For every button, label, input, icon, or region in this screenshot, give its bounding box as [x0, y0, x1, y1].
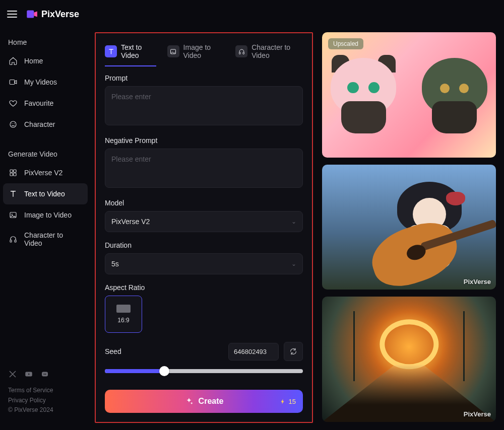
seed-input[interactable]	[228, 343, 279, 361]
generator-panel: Text to Video Image to Video Character t…	[95, 32, 313, 423]
svg-rect-19	[243, 52, 244, 54]
svg-rect-6	[14, 170, 16, 172]
gallery-card[interactable]: Upscaled	[322, 32, 496, 158]
svg-rect-12	[15, 240, 16, 243]
prompt-label: Prompt	[105, 74, 303, 82]
svg-rect-5	[10, 170, 13, 172]
prompt-input[interactable]	[105, 86, 303, 125]
svg-rect-1	[10, 80, 15, 85]
image-icon	[167, 45, 179, 57]
slider-fill	[105, 369, 164, 373]
discord-social-icon[interactable]	[40, 370, 49, 379]
seed-label: Seed	[105, 347, 121, 355]
mode-tabs: Text to Video Image to Video Character t…	[105, 39, 303, 67]
heart-icon	[8, 98, 18, 108]
svg-point-16	[45, 374, 46, 375]
video-icon	[8, 77, 18, 87]
card-watermark: PixVerse	[464, 410, 491, 418]
svg-point-15	[43, 374, 44, 375]
sparkle-icon	[184, 397, 194, 406]
create-credits: 15	[280, 398, 296, 405]
sidebar-item-label: Character	[24, 120, 55, 128]
aspect-option-16-9[interactable]: 16:9	[105, 296, 142, 333]
tab-label: Image to Video	[183, 43, 225, 59]
footer-link-privacy[interactable]: Privacy Policy	[8, 396, 83, 405]
sidebar-section-home-title: Home	[3, 32, 88, 50]
sidebar-section-generate-title: Generate Video	[3, 144, 88, 162]
refresh-icon	[289, 347, 297, 355]
footer-copyright: © PixVerse 2024	[8, 405, 83, 415]
sidebar-item-label: Image to Video	[24, 211, 72, 219]
svg-rect-0	[27, 10, 34, 18]
sidebar-item-label: Favourite	[24, 99, 53, 107]
gallery-card[interactable]: PixVerse	[322, 297, 496, 422]
model-label: Model	[105, 199, 303, 207]
sidebar-item-pixverse-v2[interactable]: PixVerse V2	[3, 162, 88, 183]
sidebar-item-label: Home	[24, 57, 43, 65]
tab-text-to-video[interactable]: Text to Video	[105, 39, 156, 66]
gallery: Upscaled	[320, 28, 504, 430]
sidebar-item-character-to-video[interactable]: Character to Video	[3, 226, 88, 253]
chevron-down-icon: ⌄	[291, 218, 296, 225]
bolt-icon	[280, 398, 286, 404]
svg-rect-14	[42, 372, 48, 377]
create-button[interactable]: Create 15	[105, 390, 303, 413]
footer-link-terms[interactable]: Terms of Service	[8, 386, 83, 395]
card-art	[380, 319, 438, 369]
brand-name: PixVerse	[41, 9, 79, 20]
svg-point-2	[10, 121, 16, 127]
brand-logo[interactable]: PixVerse	[25, 8, 79, 21]
create-credits-value: 15	[289, 398, 296, 405]
negative-prompt-input[interactable]	[105, 149, 303, 188]
model-select[interactable]: PixVerse V2 ⌄	[105, 211, 303, 232]
tab-character-to-video[interactable]: Character to Video	[235, 39, 303, 66]
svg-point-10	[12, 213, 13, 214]
text-icon	[105, 45, 117, 57]
menu-toggle-button[interactable]	[6, 8, 18, 20]
card-art	[322, 32, 496, 158]
sidebar-item-character[interactable]: Character	[3, 114, 88, 135]
sidebar-item-label: Text to Video	[24, 190, 65, 198]
svg-rect-11	[10, 240, 12, 243]
sidebar: Home Home My Videos Favourite Character	[0, 28, 91, 430]
sidebar-item-image-to-video[interactable]: Image to Video	[3, 204, 88, 226]
sidebar-item-favourite[interactable]: Favourite	[3, 93, 88, 114]
seed-slider[interactable]	[105, 369, 303, 373]
home-icon	[8, 56, 18, 66]
aspect-shape-icon	[116, 305, 131, 313]
svg-point-4	[14, 123, 15, 124]
slider-thumb[interactable]	[159, 366, 169, 376]
generator-panel-column: Text to Video Image to Video Character t…	[91, 28, 320, 430]
gallery-card[interactable]: PixVerse	[322, 165, 496, 290]
sidebar-item-text-to-video[interactable]: Text to Video	[3, 183, 88, 204]
headphones-icon	[235, 45, 247, 57]
duration-select[interactable]: 5s ⌄	[105, 253, 303, 274]
tab-label: Character to Video	[251, 43, 303, 59]
svg-rect-7	[10, 173, 13, 176]
text-icon	[8, 189, 18, 199]
card-art	[322, 165, 496, 290]
tab-image-to-video[interactable]: Image to Video	[167, 39, 225, 66]
negative-prompt-label: Negative Prompt	[105, 136, 303, 145]
seed-refresh-button[interactable]	[284, 342, 303, 361]
youtube-social-icon[interactable]	[24, 370, 33, 379]
svg-rect-8	[14, 173, 16, 176]
x-social-icon[interactable]	[8, 370, 17, 379]
aspect-ratio-label: Aspect Ratio	[105, 283, 303, 292]
sidebar-item-label: Character to Video	[24, 231, 83, 247]
sidebar-footer: Terms of Service Privacy Policy © PixVer…	[3, 366, 88, 424]
sidebar-item-label: My Videos	[24, 78, 57, 86]
grid-icon	[8, 168, 18, 178]
create-button-label: Create	[199, 397, 224, 406]
model-select-value: PixVerse V2	[111, 218, 150, 226]
duration-label: Duration	[105, 241, 303, 249]
smile-icon	[8, 119, 18, 129]
sidebar-item-label: PixVerse V2	[24, 169, 62, 177]
sidebar-item-home[interactable]: Home	[3, 50, 88, 71]
topbar: PixVerse	[0, 0, 504, 28]
tab-label: Text to Video	[121, 43, 156, 59]
sidebar-item-my-videos[interactable]: My Videos	[3, 71, 88, 93]
brand-mark-icon	[25, 8, 38, 21]
card-watermark: PixVerse	[464, 278, 491, 285]
chevron-down-icon: ⌄	[291, 260, 296, 267]
